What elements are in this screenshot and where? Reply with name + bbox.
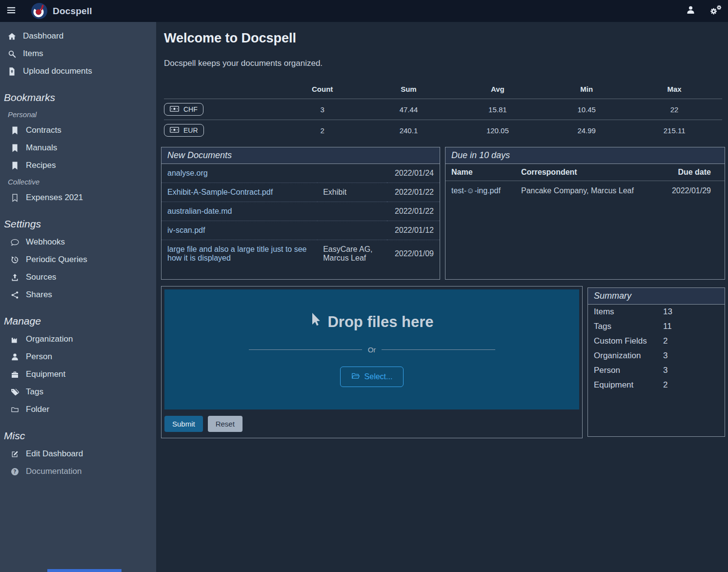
document-link[interactable]: large file and also a large title just t… [162, 240, 317, 268]
list-item: iv-scan.pdf 2022/01/12 [162, 221, 440, 240]
sidebar-item-label: Documentation [26, 467, 81, 476]
sidebar-item-folder[interactable]: Folder [0, 401, 156, 418]
menu-toggle-button[interactable] [0, 5, 22, 17]
summary-row: Equipment 2 [588, 378, 725, 392]
sidebar-item-periodic-queries[interactable]: Periodic Queries [0, 251, 156, 268]
sidebar-item-shares[interactable]: Shares [0, 286, 156, 304]
select-files-button[interactable]: Select... [340, 367, 404, 387]
gears-icon [708, 4, 722, 18]
sidebar-item-label: Person [26, 352, 52, 362]
summary-value: 13 [663, 307, 672, 317]
top-navbar: Docspell [0, 0, 728, 22]
sidebar-item-documentation[interactable]: ? Documentation [0, 463, 156, 480]
file-dropzone[interactable]: Drop files here Or Select... [164, 289, 579, 409]
account-button[interactable] [686, 5, 695, 17]
money-bill-icon [170, 105, 179, 113]
sidebar-item-label: Equipment [26, 369, 65, 379]
document-correspondent [317, 202, 387, 221]
sidebar-item-label: Manuals [26, 143, 57, 153]
summary-row: Organization 3 [588, 348, 725, 363]
summary-label: Tags [594, 322, 663, 331]
summary-label: Organization [594, 351, 663, 361]
sidebar-item-label: Sources [26, 272, 56, 282]
stat-value: 24.99 [546, 120, 627, 141]
stats-header-avg: Avg [449, 80, 547, 99]
list-item: Exhibit-A-Sample-Contract.pdf Exhibit 20… [162, 183, 440, 202]
sidebar-subsection-personal: Personal [0, 107, 156, 122]
stat-value: 2 [276, 120, 368, 141]
new-documents-panel: New Documents analyse.org 2022/01/24 Exh… [161, 147, 440, 280]
panel-title: New Documents [162, 147, 440, 164]
document-link[interactable]: iv-scan.pdf [162, 221, 317, 240]
document-link[interactable]: australian-date.md [162, 202, 317, 221]
summary-value: 2 [663, 380, 667, 390]
currency-badge-eur: EUR [164, 124, 204, 137]
brand-name: Docspell [53, 6, 92, 17]
reset-button[interactable]: Reset [208, 416, 243, 432]
document-date: 2022/01/22 [387, 183, 440, 202]
share-nodes-icon [10, 291, 20, 299]
list-item: analyse.org 2022/01/24 [162, 164, 440, 183]
sidebar-item-edit-dashboard[interactable]: Edit Dashboard [0, 445, 156, 463]
sidebar-item-webhooks[interactable]: Webhooks [0, 233, 156, 251]
sidebar-subsection-collective: Collective [0, 174, 156, 189]
sidebar-item-bookmark-manuals[interactable]: Manuals [0, 139, 156, 157]
sidebar-item-equipment[interactable]: Equipment [0, 366, 156, 383]
panel-title: Summary [588, 288, 725, 305]
folder-open-icon [351, 372, 360, 382]
settings-button[interactable] [708, 4, 722, 18]
sidebar-item-label: Upload documents [23, 66, 92, 76]
brand-link[interactable]: Docspell [31, 3, 92, 19]
list-item: australian-date.md 2022/01/22 [162, 202, 440, 221]
folder-icon [10, 406, 20, 414]
toolbox-icon [10, 370, 20, 379]
sidebar-item-label: Webhooks [26, 237, 65, 247]
stat-value: 22 [627, 99, 722, 120]
sidebar-item-dashboard[interactable]: Dasbhoard [0, 27, 156, 45]
sidebar-item-sources[interactable]: Sources [0, 268, 156, 286]
document-link[interactable]: Exhibit-A-Sample-Contract.pdf [162, 183, 317, 202]
stat-value: 3 [276, 99, 368, 120]
stat-value: 240.1 [368, 120, 448, 141]
page-title: Welcome to Docspell [164, 31, 725, 46]
industry-icon [10, 335, 20, 344]
dropzone-label: Drop files here [310, 312, 433, 332]
document-link[interactable]: analyse.org [162, 164, 317, 183]
summary-row: Custom Fields 2 [588, 334, 725, 348]
horizontal-scrollbar-thumb[interactable] [47, 569, 121, 572]
bookmark-icon [10, 162, 20, 170]
sidebar-item-bookmark-expenses-2021[interactable]: Expenses 2021 [0, 189, 156, 206]
person-icon [10, 353, 20, 361]
document-due-date: 2022/01/29 [660, 181, 725, 201]
edit-icon [10, 450, 20, 458]
summary-panel: Summary Items 13 Tags 11 Custom Fields 2… [587, 287, 725, 437]
sidebar-item-bookmark-recipes[interactable]: Recipes [0, 157, 156, 174]
stat-value: 120.05 [449, 120, 547, 141]
hamburger-icon [6, 5, 16, 17]
or-label: Or [368, 346, 376, 354]
document-link[interactable]: test-☺-ing.pdf [445, 181, 515, 201]
sidebar-section-settings: Settings [0, 218, 156, 230]
sidebar-item-organization[interactable]: Organization [0, 330, 156, 348]
document-correspondent [317, 164, 387, 183]
sidebar-item-label: Expenses 2021 [26, 193, 83, 203]
sidebar-item-label: Organization [26, 334, 73, 344]
sidebar-item-bookmark-contracts[interactable]: Contracts [0, 122, 156, 139]
document-date: 2022/01/09 [387, 240, 440, 268]
sidebar-item-tags[interactable]: Tags [0, 383, 156, 401]
user-icon [686, 5, 695, 17]
main-content: Welcome to Docspell Docspell keeps your … [156, 22, 728, 572]
sidebar-section-manage: Manage [0, 315, 156, 327]
document-correspondent: EasyCare AG, Marcus Leaf [317, 240, 387, 268]
submit-button[interactable]: Submit [164, 416, 203, 432]
sidebar-item-items[interactable]: Items [0, 45, 156, 62]
sidebar-item-label: Contracts [26, 125, 61, 135]
summary-row: Person 3 [588, 363, 725, 378]
stat-value: 215.11 [627, 120, 722, 141]
sidebar: Dasbhoard Items Upload documents Bookmar… [0, 22, 156, 572]
search-icon [7, 50, 17, 58]
sidebar-section-misc: Misc [0, 430, 156, 442]
sidebar-item-person[interactable]: Person [0, 348, 156, 366]
upload-panel: Drop files here Or Select... [161, 286, 583, 438]
sidebar-item-upload-documents[interactable]: Upload documents [0, 62, 156, 80]
